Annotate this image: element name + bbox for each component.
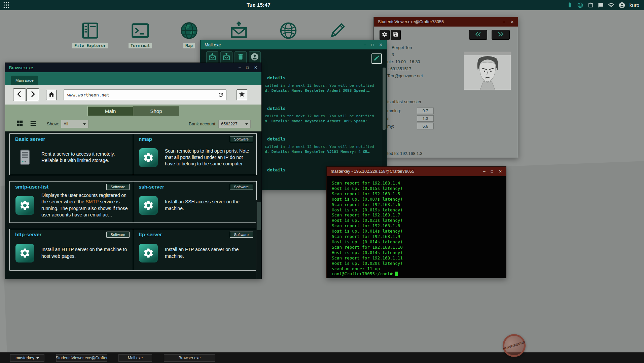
mail-titlebar[interactable]: Mail.exe – □ ✕ xyxy=(201,40,387,49)
taskbar: masterkey StudentsViewer.exe@Crafter Mai… xyxy=(0,352,644,363)
browser-tabstrip: Main page xyxy=(5,72,261,85)
scrollbar-thumb[interactable] xyxy=(383,68,386,130)
minimize-button[interactable]: – xyxy=(483,169,486,173)
card-title: Basic server xyxy=(15,136,45,142)
wifi-icon[interactable] xyxy=(608,2,614,8)
tab-main-page[interactable]: Main page xyxy=(11,76,38,85)
close-button[interactable]: ✕ xyxy=(499,169,502,173)
desktop-icon-editor[interactable] xyxy=(318,20,357,41)
clipboard-icon[interactable] xyxy=(588,2,594,8)
taskbar-item-mail[interactable]: Mail.exe xyxy=(118,354,152,362)
receive-mail-icon xyxy=(208,53,216,62)
send-mail-button[interactable] xyxy=(220,51,232,64)
student-phone: : 691351517 xyxy=(388,67,412,71)
store-card-http-server[interactable]: http-serverSoftware Install an HTTP serv… xyxy=(9,229,133,271)
software-badge: Software xyxy=(230,232,253,238)
show-filter-select[interactable]: All xyxy=(61,120,88,128)
maximize-button[interactable]: □ xyxy=(246,66,249,70)
close-button[interactable]: ✕ xyxy=(510,20,514,24)
globe-icon[interactable] xyxy=(577,2,583,8)
store-card-smtp-user-list[interactable]: smtp-user-listSoftware Displays the user… xyxy=(9,181,133,223)
desktop-icon-terminal[interactable]: Terminal xyxy=(121,20,160,48)
grade-label: mming: xyxy=(387,109,401,113)
taskbar-item-label: Browser.exe xyxy=(178,356,201,360)
taskbar-item-studentsviewer[interactable]: StudentsViewer.exe@Crafter xyxy=(56,354,107,362)
desktop-icon-network-globe[interactable] xyxy=(269,20,308,41)
store-card-nmap[interactable]: nmapSoftware Scan remote ips to find ope… xyxy=(133,133,257,175)
minimize-button[interactable]: – xyxy=(364,43,366,47)
mail-details-link[interactable]: details xyxy=(267,75,387,80)
chat-icon[interactable] xyxy=(598,2,604,8)
back-button[interactable] xyxy=(13,88,26,101)
trash-button[interactable] xyxy=(235,51,247,64)
list-view-button[interactable] xyxy=(29,119,38,128)
bank-account-select[interactable]: 6562227 xyxy=(218,120,251,128)
close-button[interactable]: ✕ xyxy=(379,43,383,47)
software-badge: Software xyxy=(106,184,130,190)
site-nav-main[interactable]: Main xyxy=(87,106,133,116)
maximize-button[interactable]: □ xyxy=(491,169,493,173)
browser-scrollbar[interactable] xyxy=(256,200,261,279)
card-description: Install an HTTP server on the machine to… xyxy=(41,246,129,259)
close-button[interactable]: ✕ xyxy=(254,66,257,70)
grid-view-button[interactable] xyxy=(15,119,24,128)
terminal-icon xyxy=(121,20,160,41)
show-filter-label: Show: xyxy=(47,121,59,126)
refresh-icon[interactable] xyxy=(218,92,224,99)
card-title: smtp-user-list xyxy=(15,184,48,190)
store-card-basic-server[interactable]: Basic server Rent a server to access it … xyxy=(9,133,133,175)
save-icon xyxy=(393,31,399,39)
students-viewer-titlebar[interactable]: StudentsViewer.exe@Crafter78055 – ✕ xyxy=(374,17,518,27)
terminal-line: Host is up. (0.015s latency) xyxy=(332,186,506,191)
clock: Tue 15:47 xyxy=(247,0,271,10)
desktop-icon-mail[interactable] xyxy=(219,20,258,41)
student-schedule: ule: 10:00 - 16:30 xyxy=(387,59,420,64)
minimize-button[interactable]: – xyxy=(239,66,241,70)
taskbar-item-browser[interactable]: Browser.exe xyxy=(164,354,215,362)
next-student-button[interactable] xyxy=(492,30,510,40)
battery-icon[interactable] xyxy=(567,2,573,8)
compose-button[interactable] xyxy=(371,53,382,64)
compose-icon xyxy=(373,55,380,63)
students-viewer-window: StudentsViewer.exe@Crafter78055 – ✕ Berg… xyxy=(373,17,518,158)
card-title: http-server xyxy=(15,232,41,237)
scrollbar-thumb[interactable] xyxy=(257,202,261,230)
user-avatar[interactable] xyxy=(619,2,625,8)
terminal-output[interactable]: Scan report for 192.168.1.4 Host is up. … xyxy=(327,176,506,278)
apps-grid-icon[interactable] xyxy=(3,2,10,8)
maximize-button[interactable]: □ xyxy=(371,43,374,47)
mail-details-link[interactable]: details xyxy=(267,136,387,142)
desktop-icon-file-explorer[interactable]: File Explorer xyxy=(71,20,110,48)
store-card-ssh-server[interactable]: ssh-serverSoftware Install an SSH access… xyxy=(133,181,257,223)
receive-mail-button[interactable] xyxy=(206,51,218,64)
desktop-icon-label: Map xyxy=(183,43,195,48)
minimize-button[interactable]: – xyxy=(503,20,505,24)
student-name: Berget Terr xyxy=(392,45,413,50)
bookmark-button[interactable] xyxy=(237,89,247,100)
card-title: nmap xyxy=(139,136,152,142)
mail-details-link[interactable]: details xyxy=(267,106,387,111)
prev-student-button[interactable] xyxy=(469,30,487,40)
dropdown-arrow-icon xyxy=(36,357,39,359)
site-nav-shop[interactable]: Shop xyxy=(133,106,179,116)
window-title: StudentsViewer.exe@Crafter78055 xyxy=(378,19,444,24)
gear-icon xyxy=(139,244,158,263)
store-card-ftp-server[interactable]: ftp-serverSoftware Install an FTP access… xyxy=(133,229,257,271)
contacts-button[interactable] xyxy=(249,51,261,64)
mail-preview-line: d. Details: Name: Reysteler VJ101 Memory… xyxy=(265,150,387,154)
chevron-down-icon xyxy=(245,123,248,125)
card-description: Rent a server to access it remotely. Rel… xyxy=(41,151,129,164)
terminal-prompt: root@Crafter78055:/root# xyxy=(332,271,393,276)
gear-icon xyxy=(139,148,158,167)
home-button[interactable] xyxy=(46,90,57,100)
save-button[interactable] xyxy=(391,30,401,40)
terminal-titlebar[interactable]: masterkey - 195.102.229.158@Crafter78055… xyxy=(327,167,506,176)
username: kuro xyxy=(630,2,639,8)
url-input[interactable] xyxy=(64,89,226,100)
taskbar-item-masterkey[interactable]: masterkey xyxy=(10,354,44,362)
forward-button[interactable] xyxy=(26,88,39,101)
settings-button[interactable] xyxy=(380,30,390,40)
home-icon xyxy=(48,91,55,99)
browser-titlebar[interactable]: Browser.exe – □ ✕ xyxy=(5,63,261,72)
software-badge: Software xyxy=(230,184,253,190)
